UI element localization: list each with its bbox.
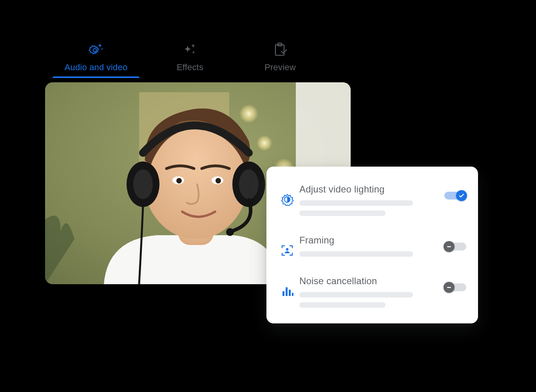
tab-effects[interactable]: Effects [145, 42, 235, 76]
setting-title: Adjust video lighting [299, 184, 434, 195]
svg-rect-30 [289, 290, 291, 296]
toggle-noise[interactable] [444, 283, 466, 291]
placeholder-line [299, 292, 413, 298]
toggle-lighting[interactable] [444, 192, 466, 200]
placeholder-line [299, 302, 386, 308]
setting-title: Noise cancellation [299, 276, 434, 287]
tab-label: Effects [177, 62, 203, 73]
settings-tabs: Audio and video Effects Preview [47, 41, 325, 76]
placeholder-line [299, 200, 413, 206]
svg-rect-27 [447, 246, 451, 247]
svg-point-6 [239, 104, 258, 123]
svg-rect-31 [292, 293, 293, 296]
svg-rect-29 [286, 287, 288, 296]
setting-row-lighting: Adjust video lighting [278, 180, 466, 231]
svg-rect-32 [447, 287, 451, 288]
placeholder-line [299, 211, 386, 216]
setting-row-noise: Noise cancellation [278, 272, 466, 317]
toggle-framing[interactable] [444, 243, 466, 250]
svg-point-18 [176, 178, 182, 183]
svg-point-7 [257, 135, 272, 151]
equalizer-icon [278, 276, 296, 298]
tab-label: Audio and video [65, 62, 128, 73]
audio-video-settings-card: Adjust video lighting [266, 167, 478, 323]
tab-preview[interactable]: Preview [235, 42, 325, 76]
svg-point-24 [226, 228, 234, 236]
gear-sparkle-icon [88, 41, 104, 58]
frame-person-icon [278, 235, 296, 257]
placeholder-line [299, 251, 413, 257]
setting-title: Framing [299, 235, 434, 246]
svg-point-23 [239, 169, 259, 199]
brightness-icon [278, 184, 296, 206]
sparkles-icon [183, 42, 197, 58]
tab-label: Preview [264, 62, 296, 73]
svg-point-21 [133, 169, 153, 199]
clipboard-check-icon [273, 42, 287, 58]
tab-audio-video[interactable]: Audio and video [47, 41, 145, 76]
svg-point-0 [93, 49, 96, 52]
svg-point-19 [215, 178, 221, 183]
setting-row-framing: Framing [278, 231, 466, 272]
svg-rect-28 [282, 291, 284, 296]
svg-point-26 [286, 248, 288, 250]
